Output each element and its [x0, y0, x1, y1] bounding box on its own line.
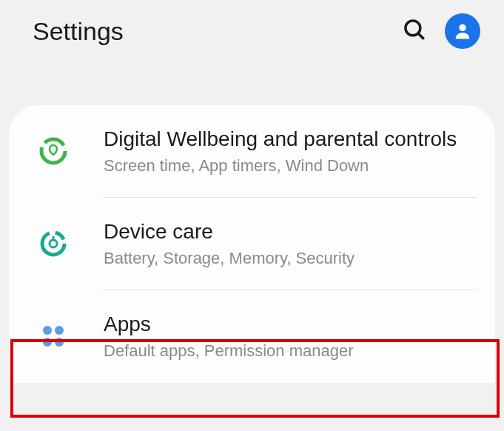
svg-line-1: [419, 34, 424, 39]
svg-point-2: [459, 24, 466, 31]
svg-point-8: [55, 326, 64, 335]
item-subtitle: Battery, Storage, Memory, Security: [104, 248, 477, 270]
page-title: Settings: [33, 17, 124, 46]
wellbeing-icon: [37, 135, 70, 167]
search-icon[interactable]: [402, 17, 427, 45]
item-title: Apps: [104, 311, 477, 338]
item-text: Device care Battery, Storage, Memory, Se…: [104, 218, 477, 270]
item-subtitle: Default apps, Permission manager: [104, 341, 477, 362]
svg-point-3: [41, 139, 65, 163]
svg-point-0: [406, 21, 420, 36]
item-text: Apps Default apps, Permission manager: [104, 311, 477, 362]
settings-list: Digital Wellbeing and parental controls …: [9, 105, 495, 383]
apps-icon: [37, 320, 70, 353]
svg-point-9: [43, 338, 52, 347]
svg-point-5: [50, 240, 57, 247]
item-text: Digital Wellbeing and parental controls …: [104, 126, 477, 177]
svg-point-4: [42, 233, 64, 255]
item-title: Device care: [104, 218, 477, 245]
device-care-icon: [37, 227, 70, 260]
svg-point-7: [43, 326, 52, 335]
list-item-device-care[interactable]: Device care Battery, Storage, Memory, Se…: [9, 198, 495, 290]
profile-icon[interactable]: [445, 13, 480, 49]
item-title: Digital Wellbeing and parental controls: [104, 126, 477, 153]
item-subtitle: Screen time, App timers, Wind Down: [104, 156, 477, 177]
list-item-digital-wellbeing[interactable]: Digital Wellbeing and parental controls …: [9, 105, 495, 198]
list-item-apps[interactable]: Apps Default apps, Permission manager: [9, 290, 495, 383]
header-actions: [402, 13, 480, 49]
svg-point-10: [55, 338, 64, 347]
header: Settings: [0, 0, 504, 62]
